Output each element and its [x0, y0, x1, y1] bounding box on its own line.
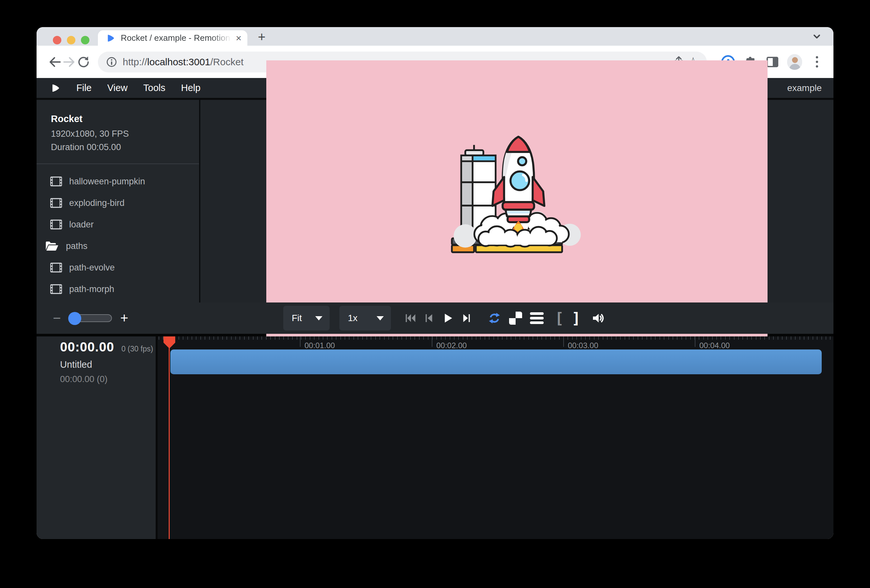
compositions-sidebar: Rocket 1920x1080, 30 FPS Duration 00:05.… — [37, 100, 199, 302]
ruler-label: 00:03.00 — [568, 341, 598, 350]
list-item[interactable]: path-morph — [37, 278, 199, 300]
list-item-folder[interactable]: gif — [37, 300, 199, 302]
tab-title: Rocket / example - Remotion P — [121, 33, 234, 43]
out-point-icon[interactable]: ] — [572, 311, 581, 326]
track-timecode: 00:00.00 (0) — [60, 374, 108, 384]
composition-duration: Duration 00:05.00 — [51, 142, 189, 152]
playback-speed-dropdown[interactable]: 1x — [340, 306, 391, 330]
checkerboard-icon[interactable] — [509, 312, 522, 325]
timeline-left-panel: 00:00.00 0 (30 fps) Untitled 00:00.00 (0… — [37, 336, 156, 539]
playhead-marker[interactable] — [163, 336, 176, 349]
in-point-icon[interactable]: [ — [555, 311, 564, 326]
ruler-label: 00:02.00 — [436, 341, 467, 350]
next-frame-icon[interactable] — [462, 313, 471, 323]
folder-open-icon — [45, 241, 59, 252]
list-item[interactable]: loader — [37, 214, 199, 235]
fullscreen-window-button[interactable] — [81, 36, 89, 45]
composition-title: Rocket — [51, 113, 189, 124]
play-icon[interactable] — [442, 312, 454, 324]
player-controls-bar: − + Fit 1x — [37, 302, 833, 334]
list-item-folder[interactable]: paths — [37, 235, 199, 257]
forward-icon[interactable] — [62, 55, 76, 69]
timeline-rows-icon[interactable] — [530, 312, 544, 324]
preview-area — [200, 100, 833, 302]
site-info-icon[interactable] — [106, 56, 118, 68]
zoom-in-button[interactable]: + — [121, 311, 128, 325]
window-controls — [53, 36, 89, 45]
menu-tools[interactable]: Tools — [143, 83, 165, 93]
playback-controls: [ ] — [405, 302, 605, 334]
close-window-button[interactable] — [53, 36, 61, 45]
remotion-app: File View Tools Help example Rocket 1920… — [37, 78, 833, 539]
new-tab-button[interactable]: + — [255, 30, 269, 44]
desktop: Rocket / example - Remotion P × + — [0, 0, 870, 588]
ruler-label: 00:01.00 — [304, 341, 335, 350]
tab-chevron-icon[interactable] — [811, 32, 822, 42]
canvas-size-dropdown[interactable]: Fit — [283, 306, 329, 330]
list-item[interactable]: exploding-bird — [37, 192, 199, 214]
film-icon — [50, 284, 62, 294]
remotion-favicon-icon — [106, 34, 116, 43]
second-tick — [432, 336, 432, 347]
tab-strip: Rocket / example - Remotion P × + — [37, 27, 833, 46]
ruler-label: 00:04.00 — [699, 341, 730, 350]
second-tick — [300, 336, 301, 347]
menu-help[interactable]: Help — [181, 83, 201, 93]
second-tick — [563, 336, 564, 347]
chevron-down-icon — [377, 316, 384, 320]
menu-file[interactable]: File — [76, 83, 92, 93]
composition-info: Rocket 1920x1080, 30 FPS Duration 00:05.… — [37, 100, 199, 164]
timeline-track-bar[interactable] — [170, 350, 822, 374]
menu-view[interactable]: View — [107, 83, 128, 93]
browser-window: Rocket / example - Remotion P × + — [37, 27, 833, 539]
loop-icon[interactable] — [487, 312, 501, 325]
previous-frame-icon[interactable] — [424, 313, 434, 323]
film-icon — [50, 220, 62, 229]
timeline-zoom-slider[interactable] — [70, 314, 112, 322]
timeline: 00:00.00 0 (30 fps) Untitled 00:00.00 (0… — [37, 336, 833, 539]
composition-list: halloween-pumpkin exploding-bird loader … — [37, 164, 199, 302]
browser-tab[interactable]: Rocket / example - Remotion P × — [98, 30, 247, 46]
frame-ticks — [158, 336, 833, 340]
rocket-illustration — [448, 131, 585, 264]
volume-icon[interactable] — [591, 312, 605, 325]
film-icon — [50, 198, 62, 208]
slider-thumb[interactable] — [68, 312, 81, 325]
overflow-menu-icon[interactable] — [809, 55, 824, 70]
close-tab-icon[interactable]: × — [235, 33, 241, 43]
film-icon — [50, 177, 62, 186]
skip-to-start-icon[interactable] — [405, 313, 416, 323]
video-canvas[interactable] — [266, 60, 767, 342]
project-name: example — [787, 83, 822, 93]
list-item[interactable]: path-evolve — [37, 257, 199, 278]
chevron-down-icon — [315, 316, 322, 320]
playhead-line[interactable] — [169, 336, 170, 539]
zoom-out-button[interactable]: − — [53, 311, 61, 325]
minimize-window-button[interactable] — [67, 36, 75, 45]
profile-avatar[interactable] — [787, 55, 802, 70]
timeline-track-area[interactable]: 00:01.00 00:02.00 00:03.00 00:04.00 — [158, 336, 833, 539]
track-name: Untitled — [60, 359, 92, 370]
composition-meta: 1920x1080, 30 FPS — [51, 129, 189, 139]
list-item[interactable]: halloween-pumpkin — [37, 171, 199, 192]
remotion-logo-icon[interactable] — [51, 83, 61, 93]
second-tick — [695, 336, 696, 347]
back-icon[interactable] — [48, 55, 62, 69]
frame-counter: 0 (30 fps) — [121, 345, 153, 353]
current-timecode: 00:00.00 — [60, 340, 114, 354]
film-icon — [50, 263, 62, 272]
reload-icon[interactable] — [76, 55, 91, 69]
url-text: http://localhost:3001/Rocket — [123, 57, 243, 67]
